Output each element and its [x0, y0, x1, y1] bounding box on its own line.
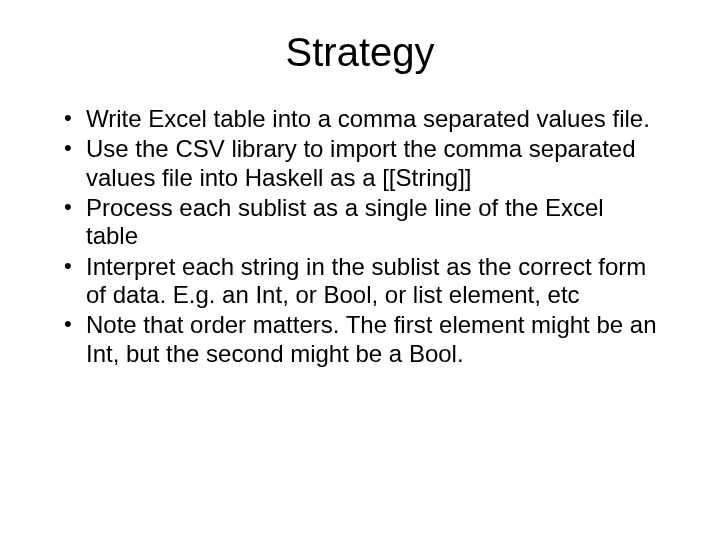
list-item: Process each sublist as a single line of…	[60, 194, 660, 251]
slide-title: Strategy	[60, 30, 660, 75]
list-item: Use the CSV library to import the comma …	[60, 135, 660, 192]
slide: Strategy Write Excel table into a comma …	[0, 0, 720, 540]
list-item: Interpret each string in the sublist as …	[60, 253, 660, 310]
list-item: Write Excel table into a comma separated…	[60, 105, 660, 133]
list-item: Note that order matters. The first eleme…	[60, 311, 660, 368]
bullet-list: Write Excel table into a comma separated…	[60, 105, 660, 368]
